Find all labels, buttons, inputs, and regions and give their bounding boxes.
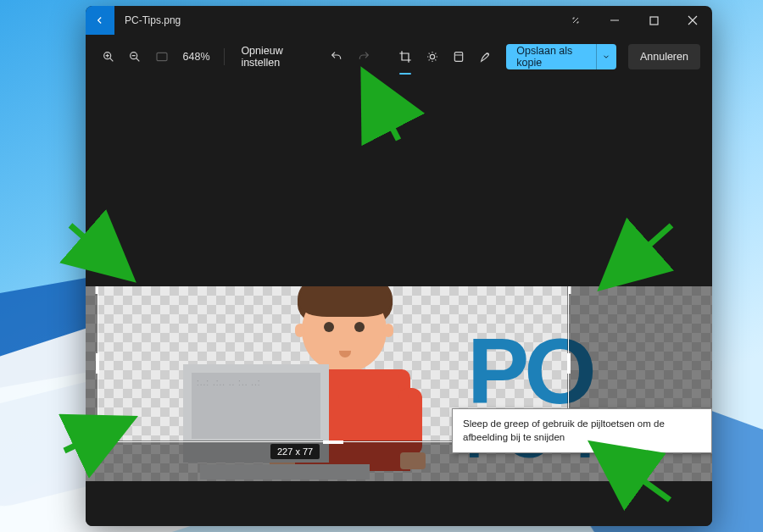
crop-handle-tr[interactable]: [556, 286, 571, 297]
maximize-button[interactable]: [634, 6, 673, 35]
minimize-button[interactable]: [595, 6, 634, 35]
crop-handle-bottom[interactable]: [323, 441, 343, 444]
annotation-arrow: [64, 219, 140, 286]
crop-handle-left[interactable]: [96, 353, 99, 374]
save-as-copy-label: Opslaan als kopie: [506, 45, 596, 69]
title-bar: PC-Tips.png: [86, 6, 712, 35]
resize-diagonal-icon[interactable]: [556, 6, 595, 35]
back-button[interactable]: [86, 6, 114, 35]
svg-rect-3: [157, 53, 167, 60]
save-as-copy-button[interactable]: Opslaan als kopie: [506, 44, 616, 69]
separator: [224, 48, 225, 65]
svg-point-4: [430, 54, 434, 58]
fit-to-window-button: [151, 44, 173, 69]
annotation-arrow: [585, 441, 678, 508]
reset-button[interactable]: Opnieuw instellen: [232, 44, 320, 69]
annotation-arrow: [593, 219, 678, 295]
undo-button[interactable]: [326, 44, 348, 69]
save-dropdown-button[interactable]: [596, 44, 616, 69]
close-button[interactable]: [673, 6, 712, 35]
crop-tool-button[interactable]: [394, 44, 416, 69]
redo-button: [353, 44, 375, 69]
crop-size-badge: 227 x 77: [270, 444, 320, 459]
annotation-arrow: [356, 72, 424, 148]
crop-handle-right[interactable]: [567, 353, 571, 374]
crop-handle-tl[interactable]: [95, 286, 110, 297]
svg-rect-5: [454, 53, 462, 62]
svg-rect-0: [650, 17, 658, 25]
markup-tool-button[interactable]: [475, 44, 497, 69]
cancel-button[interactable]: Annuleren: [628, 44, 700, 69]
zoom-level-label: 648%: [178, 51, 215, 63]
adjust-tool-button[interactable]: [421, 44, 443, 69]
annotation-arrow: [59, 413, 136, 464]
window-title: PC-Tips.png: [114, 6, 191, 35]
zoom-in-button[interactable]: [97, 44, 120, 69]
zoom-out-button[interactable]: [125, 44, 147, 69]
filter-tool-button[interactable]: [448, 44, 470, 69]
